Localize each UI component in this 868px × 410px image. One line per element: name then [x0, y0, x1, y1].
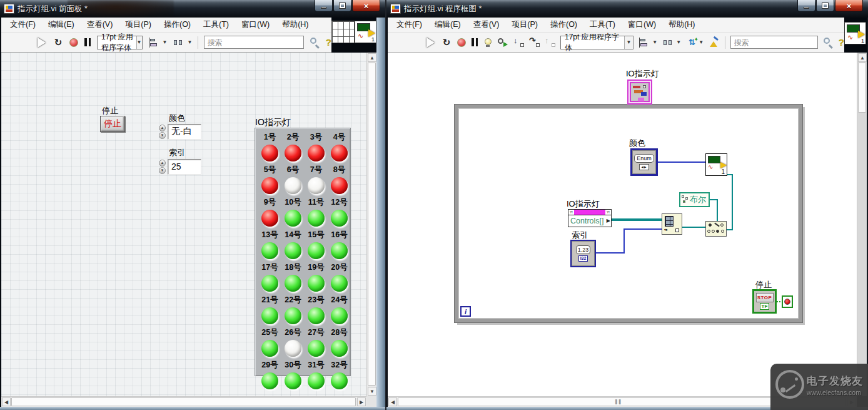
block-diagram-titlebar[interactable]: 指示灯组.vi 程序框图 * ×	[386, 0, 868, 18]
scroll-left-button[interactable]: ◀	[388, 397, 397, 406]
step-over-button[interactable]: ↷	[529, 38, 540, 48]
iteration-terminal[interactable]: i	[460, 306, 471, 317]
color-enum-terminal[interactable]: Enum ◂▸	[630, 148, 658, 176]
search-icon[interactable]	[310, 37, 320, 48]
index-numeric-terminal[interactable]: 1.23 I32	[570, 240, 596, 267]
distribute-objects-button[interactable]	[662, 37, 675, 48]
menu-item-1[interactable]: 编辑(E)	[42, 18, 81, 32]
led-indicator-green[interactable]	[285, 372, 301, 389]
led-indicator-green[interactable]	[331, 210, 348, 227]
vertical-scrollbar[interactable]: ▲	[857, 53, 867, 396]
to-more-specific-class-function[interactable]	[705, 221, 727, 237]
led-indicator-red[interactable]	[331, 145, 348, 161]
menu-item-5[interactable]: 工具(T)	[583, 18, 622, 32]
led-indicator-green[interactable]	[261, 372, 278, 389]
run-continuously-button[interactable]: ↻	[441, 38, 452, 48]
scroll-up-button[interactable]: ▲	[368, 53, 376, 62]
led-indicator-red[interactable]	[308, 145, 325, 161]
pause-button[interactable]	[471, 38, 478, 47]
menu-item-4[interactable]: 操作(O)	[544, 18, 583, 32]
led-indicator-white[interactable]	[308, 177, 325, 194]
minimize-button[interactable]	[797, 0, 815, 12]
led-indicator-green[interactable]	[261, 275, 278, 292]
scrollbar-thumb[interactable]	[368, 63, 376, 386]
horizontal-scrollbar[interactable]: ◀ ▶	[1, 396, 366, 407]
run-continuously-button[interactable]: ↻	[53, 38, 64, 48]
front-panel-titlebar[interactable]: 指示灯组.vi 前面板 * ×	[0, 0, 385, 18]
maximize-button[interactable]	[816, 0, 834, 12]
align-objects-button[interactable]	[148, 37, 161, 48]
scroll-left-button[interactable]: ◀	[2, 397, 11, 406]
index-numeric-control[interactable]: ▲▼ 25	[159, 158, 201, 175]
numeric-spinner[interactable]: ▲▼	[159, 158, 167, 175]
led-indicator-green[interactable]	[308, 307, 325, 324]
led-indicator-green[interactable]	[285, 307, 301, 324]
run-button[interactable]	[36, 38, 47, 48]
menu-item-7[interactable]: 帮助(H)	[276, 18, 315, 32]
font-selector[interactable]: 17pt 应用程序字体▼	[560, 36, 633, 49]
led-indicator-green[interactable]	[261, 242, 278, 259]
enum-spinner[interactable]: ▲▼	[159, 123, 167, 140]
boolean-class-constant[interactable]: 布尔	[679, 192, 710, 207]
controls-property-node[interactable]: ?! ?! Controls[] ▶	[568, 209, 612, 227]
align-objects-button[interactable]	[638, 37, 651, 48]
scroll-right-button[interactable]: ▶	[357, 397, 366, 406]
close-button[interactable]: ×	[835, 0, 863, 12]
vi-icon[interactable]: ∿1	[844, 22, 866, 44]
menu-item-2[interactable]: 查看(V)	[467, 18, 506, 32]
led-indicator-green[interactable]	[308, 210, 325, 227]
menu-item-4[interactable]: 操作(O)	[158, 18, 197, 32]
search-icon[interactable]	[823, 37, 834, 48]
menu-item-5[interactable]: 工具(T)	[197, 18, 235, 32]
loop-condition-terminal[interactable]	[782, 295, 793, 308]
abort-button[interactable]	[69, 38, 78, 47]
reorder-button[interactable]: ⇅✦	[686, 38, 697, 48]
minimize-button[interactable]	[315, 0, 333, 12]
led-indicator-green[interactable]	[331, 307, 348, 324]
stop-boolean-terminal[interactable]: STOP TF	[752, 289, 777, 314]
color-enum-control[interactable]: ▲▼ 无-白	[159, 123, 201, 140]
led-indicator-green[interactable]	[308, 275, 325, 292]
stop-button-control[interactable]: 停止	[100, 116, 125, 132]
led-indicator-red[interactable]	[261, 145, 278, 161]
led-indicator-green[interactable]	[285, 242, 301, 259]
led-indicator-white[interactable]	[285, 177, 301, 194]
set-color-subvi[interactable]: ∿ 1	[705, 153, 727, 176]
highlight-execution-icon[interactable]	[483, 38, 492, 48]
decrement-icon[interactable]: ▼	[159, 167, 166, 174]
led-indicator-green[interactable]	[331, 242, 348, 259]
step-into-button[interactable]: ↓	[513, 38, 524, 48]
menu-item-3[interactable]: 项目(P)	[119, 18, 158, 32]
scrollbar-thumb[interactable]	[11, 397, 356, 406]
menu-item-0[interactable]: 文件(F)	[390, 18, 428, 32]
pause-button[interactable]	[84, 38, 91, 47]
led-indicator-green[interactable]	[308, 242, 325, 259]
run-button[interactable]	[425, 38, 436, 48]
scrollbar-thumb[interactable]	[858, 63, 866, 113]
led-cluster-terminal[interactable]	[627, 79, 652, 105]
index-value[interactable]: 25	[168, 159, 201, 175]
block-diagram-canvas[interactable]: IO指示灯 颜色 Enum ◂▸ ∿ 1 IO指示灯 ?!	[388, 53, 857, 396]
vertical-scrollbar[interactable]: ▲ ▼	[366, 53, 376, 396]
scroll-down-button[interactable]: ▼	[368, 387, 376, 396]
led-indicator-green[interactable]	[308, 340, 325, 357]
menu-item-0[interactable]: 文件(F)	[4, 18, 42, 32]
abort-button[interactable]	[457, 38, 466, 47]
index-array-function[interactable]: ▪▸	[662, 213, 682, 235]
step-out-button[interactable]: ↑	[545, 38, 555, 48]
vi-icon[interactable]: ∿1	[355, 21, 376, 43]
led-indicator-red[interactable]	[285, 145, 301, 161]
menu-item-7[interactable]: 帮助(H)	[662, 18, 701, 32]
led-indicator-green[interactable]	[308, 372, 325, 389]
led-indicator-green[interactable]	[331, 372, 348, 389]
decrement-icon[interactable]: ▼	[159, 132, 166, 139]
led-indicator-green[interactable]	[331, 275, 348, 292]
led-indicator-green[interactable]	[331, 340, 348, 357]
search-input[interactable]	[730, 36, 818, 49]
search-input[interactable]	[204, 36, 304, 49]
distribute-objects-button[interactable]	[173, 37, 185, 48]
clean-up-diagram-button[interactable]	[709, 38, 720, 48]
led-indicator-green[interactable]	[261, 307, 278, 324]
led-indicator-green[interactable]	[261, 340, 278, 357]
help-icon[interactable]: ?	[326, 37, 331, 48]
